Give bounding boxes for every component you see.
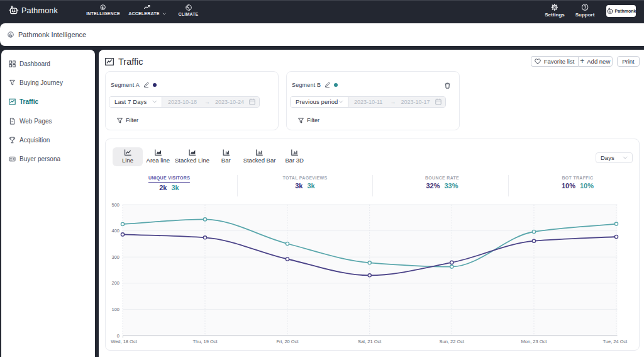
svg-text:500: 500 <box>111 202 119 208</box>
svg-text:Mon, 23 Oct: Mon, 23 Oct <box>521 339 548 344</box>
svg-text:Sat, 21 Oct: Sat, 21 Oct <box>358 339 382 344</box>
svg-text:Sun, 22 Oct: Sun, 22 Oct <box>439 339 465 344</box>
svg-text:Thu, 19 Oct: Thu, 19 Oct <box>192 339 218 344</box>
svg-text:0: 0 <box>117 333 119 339</box>
svg-text:Fri, 20 Oct: Fri, 20 Oct <box>276 339 299 344</box>
svg-text:400: 400 <box>111 228 119 234</box>
svg-text:200: 200 <box>111 280 119 286</box>
svg-text:300: 300 <box>111 254 119 260</box>
svg-text:100: 100 <box>111 307 119 312</box>
svg-text:Wed, 18 Oct: Wed, 18 Oct <box>111 339 137 344</box>
svg-text:Tue, 24 Oct: Tue, 24 Oct <box>603 339 628 344</box>
